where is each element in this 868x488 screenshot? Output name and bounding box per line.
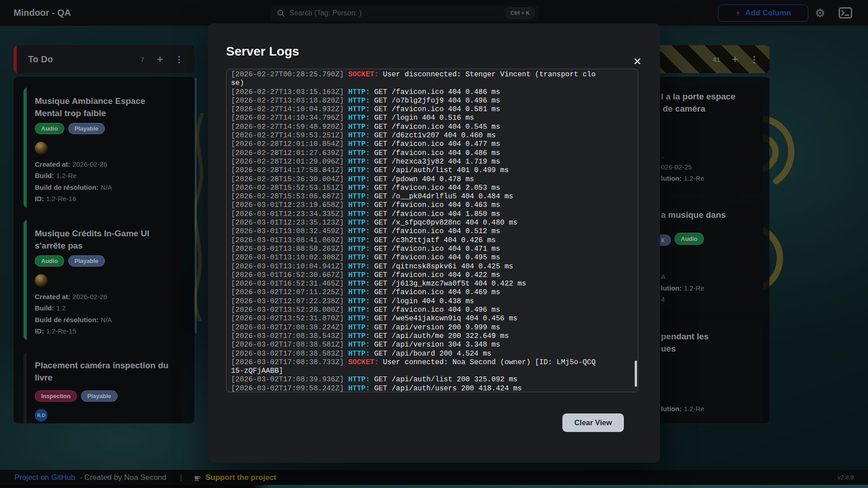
log-line: [2026-03-01T16:52:30.667Z] HTTP: GET /fa… [231,271,638,280]
log-line: [2026-02-27T14:59:53.251Z] HTTP: GET /d6… [231,131,638,140]
app-window: Mindoor - QA Ctrl + K + Add Column ⚙ To … [0,0,868,488]
log-line: [2026-03-02T17:09:58.242Z] HTTP: GET /ap… [231,385,638,392]
log-line: [2026-03-02T17:08:39.936Z] HTTP: GET /ap… [231,375,638,384]
log-scrollbar-thumb[interactable] [635,361,637,387]
log-line: [2026-02-28T12:01:29.096Z] HTTP: GET /he… [231,158,638,166]
log-line: [2026-03-01T12:23:35.123Z] HTTP: GET /x_… [231,219,638,227]
clear-view-button[interactable]: Clear View [562,413,624,432]
log-viewer[interactable]: [2026-02-27T00:28:25.790Z] SOCKET: User … [226,69,638,392]
log-line: [2026-02-27T14:59:48.920Z] HTTP: GET /fa… [231,123,638,131]
log-line: [2026-02-28T15:36:30.004Z] HTTP: GET /pd… [231,175,638,184]
log-line: [2026-03-01T13:08:32.459Z] HTTP: GET /fa… [231,227,638,236]
log-line: [2026-03-02T17:08:38.581Z] HTTP: GET /ap… [231,341,638,349]
log-line: [2026-03-01T13:10:04.941Z] HTTP: GET /qi… [231,263,638,271]
log-line: [2026-02-27T13:03:15.163Z] HTTP: GET /fa… [231,88,638,97]
log-line: 15-zQFjAABB] [231,367,638,375]
log-line: se) [231,79,638,88]
log-line: [2026-03-01T16:52:31.465Z] HTTP: GET /j6… [231,280,638,288]
dialog-title: Server Logs [226,44,299,59]
log-line: [2026-02-28T15:53:06.687Z] HTTP: GET /o_… [231,192,638,201]
log-line: [2026-03-01T13:10:02.308Z] HTTP: GET /fa… [231,253,638,262]
log-line: [2026-02-27T14:10:34.796Z] HTTP: GET /lo… [231,114,638,122]
log-line: [2026-03-01T13:08:41.069Z] HTTP: GET /c3… [231,236,638,245]
log-line: [2026-02-27T13:03:18.820Z] HTTP: GET /o7… [231,97,638,105]
log-line: [2026-03-01T13:08:58.263Z] HTTP: GET /fa… [231,245,638,253]
log-line: [2026-03-02T12:07:22.238Z] HTTP: GET /lo… [231,297,638,306]
log-line: [2026-02-28T15:52:53.151Z] HTTP: GET /fa… [231,184,638,192]
close-icon[interactable]: ✕ [629,53,646,70]
log-line: [2026-02-28T14:17:58.841Z] HTTP: GET /ap… [231,166,638,175]
log-line: [2026-03-02T13:52:31.870Z] HTTP: GET /we… [231,314,638,323]
server-logs-dialog: Server Logs ✕ [2026-02-27T00:28:25.790Z]… [208,23,660,463]
log-line: [2026-02-27T00:28:25.790Z] SOCKET: User … [231,70,638,79]
log-line: [2026-02-28T12:01:10.854Z] HTTP: GET /fa… [231,140,638,149]
log-line: [2026-03-01T12:23:19.658Z] HTTP: GET /fa… [231,201,638,210]
log-line: [2026-03-02T17:08:38.733Z] SOCKET: User … [231,358,638,367]
log-line: [2026-02-28T12:01:27.639Z] HTTP: GET /fa… [231,149,638,158]
log-line: [2026-03-01T12:23:34.335Z] HTTP: GET /fa… [231,210,638,219]
log-line: [2026-03-02T17:08:38.224Z] HTTP: GET /ap… [231,324,638,332]
log-line: [2026-03-02T13:52:28.000Z] HTTP: GET /fa… [231,306,638,314]
log-lines: [2026-02-27T00:28:25.790Z] SOCKET: User … [231,70,638,392]
log-line: [2026-03-02T12:07:11.225Z] HTTP: GET /fa… [231,288,638,297]
log-line: [2026-02-27T14:10:04.932Z] HTTP: GET /fa… [231,105,638,114]
log-line: [2026-03-02T17:08:38.543Z] HTTP: GET /ap… [231,332,638,341]
log-line: [2026-03-02T17:08:38.583Z] HTTP: GET /ap… [231,350,638,358]
